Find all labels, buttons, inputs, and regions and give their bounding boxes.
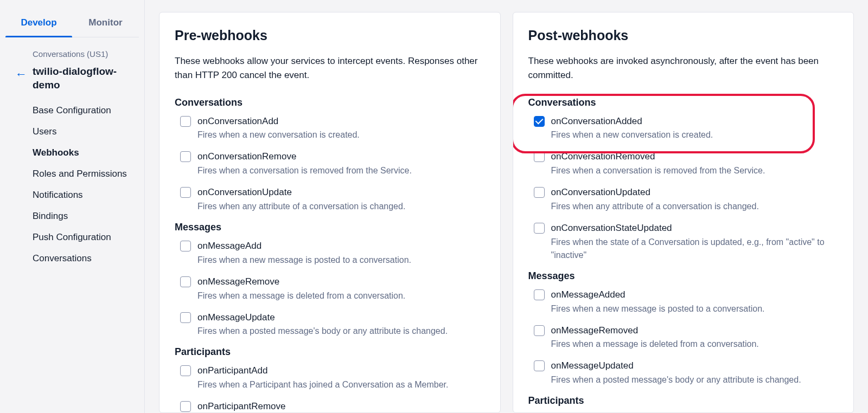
post-webhooks-panel: Post-webhooks These webhooks are invoked…: [513, 12, 854, 413]
check-desc: Fires when the state of a Conversation i…: [551, 236, 839, 262]
checkbox-onConversationRemove[interactable]: [180, 151, 191, 162]
check-label: onConversationAdd: [197, 115, 485, 128]
post-check-row: onMessageRemovedFires when a message is …: [528, 324, 839, 351]
check-label: onConversationAdded: [551, 115, 839, 128]
check-label: onConversationUpdate: [197, 186, 485, 199]
nav-item-conversations[interactable]: Conversations: [5, 248, 139, 269]
nav-item-users[interactable]: Users: [5, 121, 139, 143]
pre-group-heading: Conversations: [175, 97, 485, 108]
pre-check-row: onConversationUpdateFires when any attri…: [175, 186, 485, 213]
check-label: onMessageUpdate: [197, 311, 485, 324]
post-group-heading: Conversations: [528, 97, 839, 108]
check-desc: Fires when a new message is posted to a …: [551, 302, 839, 315]
check-label: onMessageRemoved: [551, 324, 839, 337]
check-label: onConversationUpdated: [551, 186, 839, 199]
check-desc: Fires when a conversation is removed fro…: [551, 164, 839, 177]
check-desc: Fires when a posted message's body or an…: [551, 373, 839, 386]
pre-title: Pre-webhooks: [175, 28, 485, 43]
checkbox-onConversationStateUpdated[interactable]: [534, 223, 545, 234]
sidebar: Develop Monitor Conversations (US1) ← tw…: [0, 0, 145, 413]
nav-item-push-configuration[interactable]: Push Configuration: [5, 227, 139, 248]
check-label: onMessageAdd: [197, 240, 485, 253]
checkbox-onMessageRemoved[interactable]: [534, 325, 545, 336]
checkbox-onMessageAdd[interactable]: [180, 241, 191, 251]
pre-check-row: onMessageRemoveFires when a message is d…: [175, 275, 485, 302]
back-arrow-icon[interactable]: ←: [15, 67, 27, 81]
check-label: onConversationRemove: [197, 150, 485, 163]
pre-check-row: onConversationRemoveFires when a convers…: [175, 150, 485, 177]
pre-check-row: onConversationAddFires when a new conver…: [175, 115, 485, 142]
check-desc: Fires when a Participant has joined a Co…: [197, 378, 485, 391]
check-label: onMessageRemove: [197, 275, 485, 288]
checkbox-onConversationRemoved[interactable]: [534, 151, 545, 162]
post-group-heading: Messages: [528, 270, 839, 282]
post-check-row: onMessageAddedFires when a new message i…: [528, 288, 839, 315]
checkbox-onMessageUpdate[interactable]: [180, 312, 191, 323]
nav-item-notifications[interactable]: Notifications: [5, 185, 139, 206]
main-area: Pre-webhooks These webhooks allow your s…: [145, 0, 868, 413]
post-check-row: onMessageUpdatedFires when a posted mess…: [528, 359, 839, 386]
breadcrumb[interactable]: Conversations (US1): [5, 49, 139, 59]
check-desc: Fires when a new message is posted to a …: [197, 254, 485, 267]
check-label: onConversationRemoved: [551, 150, 839, 163]
check-desc: Fires when a message is deleted from a c…: [551, 338, 839, 351]
pre-desc: These webhooks allow your services to in…: [175, 54, 485, 83]
nav-item-roles-and-permissions[interactable]: Roles and Permissions: [5, 164, 139, 185]
checkbox-onMessageAdded[interactable]: [534, 289, 545, 300]
pre-check-row: onMessageUpdateFires when a posted messa…: [175, 311, 485, 338]
post-check-row: onConversationRemovedFires when a conver…: [528, 150, 839, 177]
nav-item-webhooks[interactable]: Webhooks: [5, 143, 139, 164]
nav-list: Base ConfigurationUsersWebhooksRoles and…: [5, 100, 139, 269]
check-label: onMessageUpdated: [551, 359, 839, 372]
post-group-heading: Participants: [528, 395, 839, 406]
check-label: onParticipantRemove: [197, 400, 485, 413]
post-title: Post-webhooks: [528, 28, 839, 43]
check-desc: Fires when a new conversation is created…: [197, 128, 485, 141]
check-label: onConversationStateUpdated: [551, 222, 839, 235]
tab-monitor[interactable]: Monitor: [72, 10, 139, 37]
checkbox-onConversationUpdated[interactable]: [534, 187, 545, 198]
sidebar-tabs: Develop Monitor: [5, 10, 139, 37]
pre-check-row: onMessageAddFires when a new message is …: [175, 240, 485, 267]
post-desc: These webhooks are invoked asynchronousl…: [528, 54, 839, 83]
checkbox-onConversationAdd[interactable]: [180, 116, 191, 127]
check-desc: Fires when any attribute of a conversati…: [551, 200, 839, 213]
checkbox-onMessageRemove[interactable]: [180, 276, 191, 287]
post-check-row: onConversationAddedFires when a new conv…: [528, 115, 839, 142]
pre-check-row: onParticipantRemove: [175, 400, 485, 413]
check-desc: Fires when any attribute of a conversati…: [197, 200, 485, 213]
pre-check-row: onParticipantAddFires when a Participant…: [175, 364, 485, 391]
project-row: ← twilio-dialogflow-demo: [5, 65, 139, 92]
checkbox-onConversationUpdate[interactable]: [180, 187, 191, 198]
check-desc: Fires when a message is deleted from a c…: [197, 289, 485, 302]
check-desc: Fires when a new conversation is created…: [551, 128, 839, 141]
post-check-row: onConversationStateUpdatedFires when the…: [528, 222, 839, 262]
pre-webhooks-panel: Pre-webhooks These webhooks allow your s…: [159, 12, 501, 413]
tab-develop[interactable]: Develop: [5, 10, 72, 37]
pre-group-heading: Messages: [175, 222, 485, 233]
checkbox-onParticipantAdd[interactable]: [180, 365, 191, 376]
checkbox-onParticipantRemove[interactable]: [180, 401, 191, 412]
checkbox-onMessageUpdated[interactable]: [534, 360, 545, 371]
check-desc: Fires when a conversation is removed fro…: [197, 164, 485, 177]
post-check-row: onConversationUpdatedFires when any attr…: [528, 186, 839, 213]
checkbox-onConversationAdded[interactable]: [534, 116, 545, 127]
check-label: onMessageAdded: [551, 288, 839, 301]
pre-group-heading: Participants: [175, 346, 485, 358]
project-name: twilio-dialogflow-demo: [33, 65, 139, 92]
nav-item-bindings[interactable]: Bindings: [5, 206, 139, 227]
check-label: onParticipantAdd: [197, 364, 485, 377]
nav-item-base-configuration[interactable]: Base Configuration: [5, 100, 139, 121]
check-desc: Fires when a posted message's body or an…: [197, 325, 485, 338]
